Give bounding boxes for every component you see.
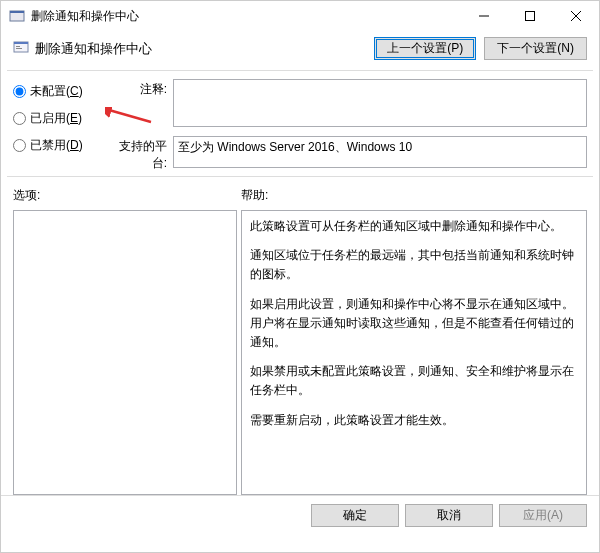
radio-enabled[interactable]: 已启用(E) (13, 110, 113, 127)
prev-setting-button[interactable]: 上一个设置(P) (374, 37, 476, 60)
platform-text: 至少为 Windows Server 2016、Windows 10 (173, 136, 587, 168)
titlebar: 删除通知和操作中心 (1, 1, 599, 31)
platform-label: 支持的平台: (113, 136, 173, 172)
help-text: 此策略设置可从任务栏的通知区域中删除通知和操作中心。 (250, 217, 578, 236)
close-button[interactable] (553, 1, 599, 31)
radio-disabled-input[interactable] (13, 139, 26, 152)
cancel-button[interactable]: 取消 (405, 504, 493, 527)
radio-enabled-input[interactable] (13, 112, 26, 125)
svg-rect-7 (14, 42, 28, 44)
svg-rect-3 (526, 12, 535, 21)
minimize-button[interactable] (461, 1, 507, 31)
help-text: 需要重新启动，此策略设置才能生效。 (250, 411, 578, 430)
options-pane[interactable] (13, 210, 237, 495)
footer: 确定 取消 应用(A) (1, 495, 599, 527)
help-pane[interactable]: 此策略设置可从任务栏的通知区域中删除通知和操作中心。 通知区域位于任务栏的最远端… (241, 210, 587, 495)
radio-disabled[interactable]: 已禁用(D) (13, 137, 113, 154)
app-icon (9, 8, 25, 24)
options-label: 选项: (13, 187, 241, 204)
svg-rect-8 (16, 46, 20, 47)
help-text: 通知区域位于任务栏的最远端，其中包括当前通知和系统时钟的图标。 (250, 246, 578, 284)
ok-button[interactable]: 确定 (311, 504, 399, 527)
header: 删除通知和操作中心 上一个设置(P) 下一个设置(N) (1, 31, 599, 70)
radio-not-configured-input[interactable] (13, 85, 26, 98)
svg-rect-1 (10, 11, 24, 13)
radio-not-configured[interactable]: 未配置(C) (13, 83, 113, 100)
page-title: 删除通知和操作中心 (35, 40, 152, 58)
svg-rect-9 (16, 48, 22, 49)
help-text: 如果启用此设置，则通知和操作中心将不显示在通知区域中。用户将在显示通知时读取这些… (250, 295, 578, 353)
apply-button[interactable]: 应用(A) (499, 504, 587, 527)
comment-textarea[interactable] (173, 79, 587, 127)
comment-label: 注释: (113, 79, 173, 98)
help-label: 帮助: (241, 187, 268, 204)
window-title: 删除通知和操作中心 (31, 8, 139, 25)
policy-icon (13, 39, 29, 58)
next-setting-button[interactable]: 下一个设置(N) (484, 37, 587, 60)
maximize-button[interactable] (507, 1, 553, 31)
state-radios: 未配置(C) 已启用(E) 已禁用(D) (13, 79, 113, 172)
help-text: 如果禁用或未配置此策略设置，则通知、安全和维护将显示在任务栏中。 (250, 362, 578, 400)
